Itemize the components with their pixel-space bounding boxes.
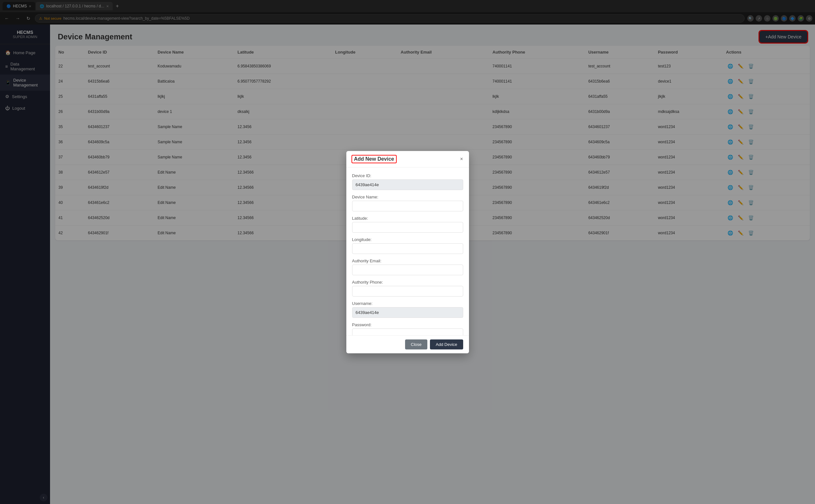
modal-add-device-btn[interactable]: Add Device (430, 339, 463, 349)
modal-footer: Close Add Device (346, 335, 469, 353)
authority-phone-label: Authority Phone: (352, 280, 463, 285)
device-id-input[interactable] (352, 179, 463, 190)
latitude-input[interactable] (352, 222, 463, 233)
username-label: Username: (352, 301, 463, 306)
form-group-device-id: Device ID: (352, 173, 463, 190)
modal-overlay[interactable]: Add New Device × Device ID: Device Name:… (50, 25, 815, 504)
password-input[interactable] (352, 328, 463, 335)
form-group-password: Password: (352, 322, 463, 335)
modal-title: Add New Device (352, 156, 396, 163)
form-group-latitude: Latitude: (352, 216, 463, 233)
password-label: Password: (352, 322, 463, 327)
longitude-label: Longitude: (352, 237, 463, 242)
device-id-label: Device ID: (352, 173, 463, 178)
longitude-input[interactable] (352, 243, 463, 254)
modal-body: Device ID: Device Name: Latitude: Longit… (346, 167, 469, 335)
add-device-modal: Add New Device × Device ID: Device Name:… (346, 151, 469, 353)
form-group-username: Username: (352, 301, 463, 318)
username-input[interactable] (352, 307, 463, 318)
main-content: Device Management +Add New Device No Dev… (50, 25, 815, 504)
device-name-input[interactable] (352, 201, 463, 211)
authority-phone-input[interactable] (352, 286, 463, 297)
form-group-authority-email: Authority Email: (352, 258, 463, 275)
modal-header: Add New Device × (346, 151, 469, 167)
modal-close-button[interactable]: × (460, 156, 463, 162)
authority-email-label: Authority Email: (352, 258, 463, 263)
modal-close-btn[interactable]: Close (405, 339, 428, 349)
form-group-device-name: Device Name: (352, 195, 463, 211)
authority-email-input[interactable] (352, 265, 463, 275)
form-group-longitude: Longitude: (352, 237, 463, 254)
app: HECMS SUPER ADMIN 🏠 Home Page ≡ Data Man… (0, 25, 815, 504)
device-name-label: Device Name: (352, 195, 463, 199)
form-group-authority-phone: Authority Phone: (352, 280, 463, 297)
latitude-label: Latitude: (352, 216, 463, 221)
